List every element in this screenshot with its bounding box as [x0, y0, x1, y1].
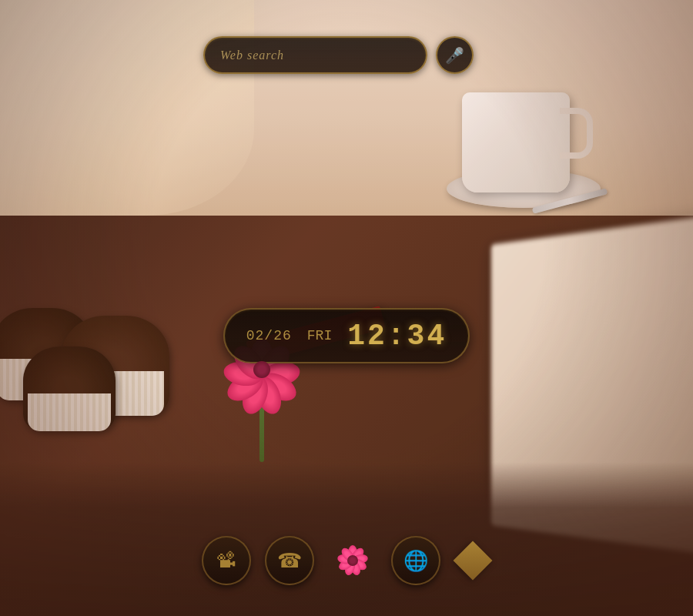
clock-day: FRI	[307, 328, 332, 343]
dock-item-flower[interactable]	[328, 536, 377, 585]
clock-date: 02/26	[246, 328, 292, 343]
coffee-cup	[462, 92, 570, 192]
dock-item-settings[interactable]	[454, 542, 491, 579]
search-placeholder: Web search	[220, 49, 284, 62]
window-light	[0, 0, 254, 216]
dock-item-browser[interactable]: 🌐	[391, 536, 440, 585]
mini-flower	[333, 541, 372, 580]
diamond-icon	[454, 541, 493, 581]
flower-center	[253, 361, 270, 378]
muffin-3	[23, 346, 116, 431]
dock-item-phone[interactable]: ☎	[265, 536, 314, 585]
media-icon: 📽	[216, 549, 236, 573]
search-bar[interactable]: Web search	[203, 36, 427, 74]
clock-widget[interactable]: 02/26 FRI 12:34	[223, 308, 470, 363]
clock-time: 12:34	[347, 320, 447, 353]
mic-button[interactable]: 🎤	[436, 36, 474, 74]
bottom-dock: 📽 ☎ 🌐	[202, 536, 491, 585]
muffin-cup-3	[28, 393, 111, 432]
mini-flower-center	[347, 555, 358, 566]
dock-item-media[interactable]: 📽	[202, 536, 251, 585]
muffin-area	[0, 246, 223, 462]
globe-icon: 🌐	[403, 549, 428, 573]
phone-icon: ☎	[277, 549, 302, 573]
microphone-icon: 🎤	[445, 46, 464, 65]
